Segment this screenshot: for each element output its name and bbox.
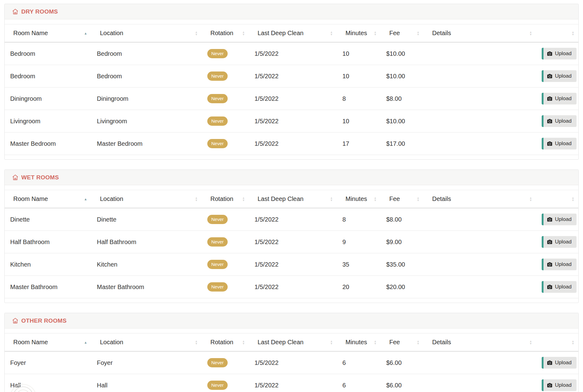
fee-cell: $35.00 [381, 253, 424, 276]
column-header-room-name[interactable]: Room Name▲ [5, 333, 91, 352]
column-header-last-deep-clean[interactable]: Last Deep Clean▲▼ [249, 190, 337, 208]
column-header-last-deep-clean[interactable]: Last Deep Clean▲▼ [249, 24, 337, 43]
location-cell: Half Bathroom [91, 231, 202, 253]
location-cell: Bedroom [91, 65, 202, 88]
sort-both-icon: ▲▼ [195, 31, 198, 36]
column-header-details[interactable]: Details▲▼ [424, 24, 536, 43]
details-cell [424, 88, 536, 110]
upload-button[interactable]: Upload [542, 70, 577, 82]
column-header-room-name[interactable]: Room Name▲ [5, 190, 91, 208]
location-cell: Hall [91, 374, 202, 392]
room-section-panel: OTHER ROOMS Room Name▲Location▲▼Rotation… [4, 313, 579, 392]
column-label: Minutes [345, 339, 367, 345]
details-cell [424, 253, 536, 276]
table-row: BedroomBedroomNever1/5/202210$10.00Uploa… [5, 65, 578, 88]
fee-cell: $10.00 [381, 42, 424, 65]
details-cell [424, 110, 536, 133]
table-header-row: Room Name▲Location▲▼Rotation▲▼Last Deep … [5, 190, 578, 208]
column-header-location[interactable]: Location▲▼ [91, 24, 202, 43]
rooms-table: Room Name▲Location▲▼Rotation▲▼Last Deep … [5, 24, 578, 155]
column-header-location[interactable]: Location▲▼ [91, 190, 202, 208]
room-name-cell: Livingroom [5, 110, 91, 133]
upload-button[interactable]: Upload [542, 138, 577, 149]
sort-ascending-icon: ▲ [84, 31, 87, 35]
sort-both-icon: ▲▼ [195, 197, 198, 202]
minutes-cell: 17 [337, 133, 381, 155]
last-deep-clean-cell: 1/5/2022 [249, 42, 337, 65]
column-header-rotation[interactable]: Rotation▲▼ [202, 24, 249, 43]
upload-button[interactable]: Upload [542, 214, 577, 225]
column-label: Rotation [210, 339, 234, 345]
rotation-badge: Never [207, 260, 228, 269]
section-header: WET ROOMS [5, 170, 578, 185]
upload-button-label: Upload [555, 73, 572, 79]
upload-button[interactable]: Upload [542, 259, 577, 270]
table-row: FoyerFoyerNever1/5/20226$6.00Upload [5, 351, 578, 374]
details-cell [424, 351, 536, 374]
upload-button-label: Upload [555, 360, 572, 366]
column-header-actions[interactable]: ▲▼ [536, 333, 578, 352]
column-label: Location [100, 195, 123, 202]
actions-cell: Upload [536, 351, 578, 374]
column-header-last-deep-clean[interactable]: Last Deep Clean▲▼ [249, 333, 337, 352]
column-header-minutes[interactable]: Minutes▲▼ [337, 24, 381, 43]
rotation-badge: Never [207, 139, 228, 148]
upload-button-label: Upload [555, 239, 572, 245]
location-cell: Master Bathroom [91, 276, 202, 298]
house-icon [12, 174, 19, 181]
column-header-actions[interactable]: ▲▼ [536, 24, 578, 43]
section-title: WET ROOMS [21, 174, 59, 181]
column-label: Details [432, 30, 451, 36]
room-name-cell: Dinette [5, 208, 91, 231]
column-header-rotation[interactable]: Rotation▲▼ [202, 333, 249, 352]
column-label: Last Deep Clean [258, 195, 304, 202]
upload-button[interactable]: Upload [542, 236, 577, 248]
table-row: DiningroomDiningroomNever1/5/20228$8.00U… [5, 88, 578, 110]
fee-cell: $9.00 [381, 231, 424, 253]
location-cell: Dinette [91, 208, 202, 231]
upload-button-label: Upload [555, 382, 572, 388]
column-label: Room Name [13, 339, 48, 345]
column-header-location[interactable]: Location▲▼ [91, 333, 202, 352]
actions-cell: Upload [536, 374, 578, 392]
upload-button[interactable]: Upload [542, 115, 577, 127]
table-row: HallHallNever1/5/20226$6.00Upload [5, 374, 578, 392]
minutes-cell: 20 [337, 276, 381, 298]
rotation-badge: Never [207, 71, 228, 81]
column-header-minutes[interactable]: Minutes▲▼ [337, 190, 381, 208]
column-header-actions[interactable]: ▲▼ [536, 190, 578, 208]
column-header-minutes[interactable]: Minutes▲▼ [337, 333, 381, 352]
column-header-details[interactable]: Details▲▼ [424, 333, 536, 352]
sort-both-icon: ▲▼ [374, 31, 377, 36]
section-title: DRY ROOMS [21, 8, 58, 15]
camera-icon [547, 360, 552, 365]
upload-button[interactable]: Upload [542, 357, 577, 369]
house-icon [12, 8, 19, 15]
room-section-panel: WET ROOMS Room Name▲Location▲▼Rotation▲▼… [4, 169, 579, 303]
column-header-fee[interactable]: Fee▲▼ [381, 190, 424, 208]
camera-icon [547, 96, 552, 101]
column-header-room-name[interactable]: Room Name▲ [5, 24, 91, 43]
column-header-fee[interactable]: Fee▲▼ [381, 333, 424, 352]
last-deep-clean-cell: 1/5/2022 [249, 276, 337, 298]
upload-button-label: Upload [555, 141, 572, 147]
sort-both-icon: ▲▼ [529, 340, 532, 345]
upload-button[interactable]: Upload [542, 281, 577, 293]
sort-both-icon: ▲▼ [417, 340, 420, 345]
upload-button[interactable]: Upload [542, 379, 577, 391]
column-label: Last Deep Clean [258, 30, 304, 36]
rotation-cell: Never [202, 133, 249, 155]
camera-icon [547, 119, 552, 124]
minutes-cell: 6 [337, 351, 381, 374]
location-cell: Diningroom [91, 88, 202, 110]
column-header-rotation[interactable]: Rotation▲▼ [202, 190, 249, 208]
upload-button[interactable]: Upload [542, 48, 577, 59]
upload-button[interactable]: Upload [542, 93, 577, 104]
column-label: Room Name [13, 30, 48, 36]
section-header: DRY ROOMS [5, 4, 578, 19]
room-name-cell: Foyer [5, 351, 91, 374]
column-header-fee[interactable]: Fee▲▼ [381, 24, 424, 43]
sort-both-icon: ▲▼ [374, 340, 377, 345]
column-header-details[interactable]: Details▲▼ [424, 190, 536, 208]
rotation-cell: Never [202, 374, 249, 392]
